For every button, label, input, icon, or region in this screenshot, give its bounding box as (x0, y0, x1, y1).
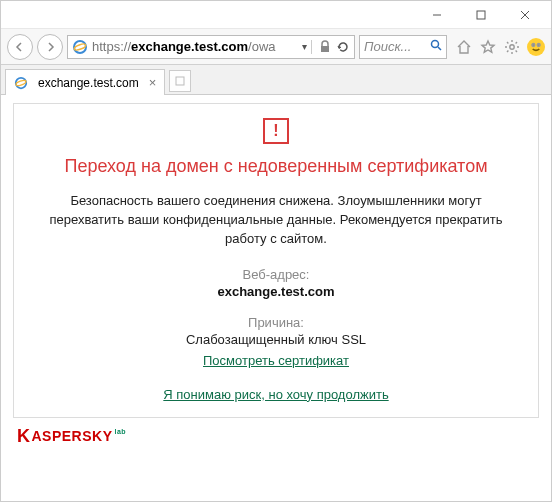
proceed-anyway-link[interactable]: Я понимаю риск, но хочу продолжить (163, 387, 388, 402)
window-minimize-button[interactable] (415, 1, 459, 29)
svg-rect-14 (176, 77, 184, 85)
browser-tab[interactable]: exchange.test.com × (5, 69, 165, 95)
window-titlebar (1, 1, 551, 29)
refresh-icon[interactable] (336, 40, 350, 54)
search-bar[interactable]: Поиск... (359, 35, 447, 59)
tab-title: exchange.test.com (38, 76, 139, 90)
browser-navbar: https://exchange.test.com/owa ▾ Поиск... (1, 29, 551, 65)
feedback-smiley-icon[interactable] (527, 38, 545, 56)
tab-close-icon[interactable]: × (145, 75, 157, 90)
svg-point-11 (537, 43, 539, 45)
svg-point-9 (510, 44, 514, 48)
web-address-value: exchange.test.com (42, 284, 510, 299)
svg-rect-6 (321, 46, 329, 52)
svg-rect-1 (477, 11, 485, 19)
footer: KKASPERSKYASPERSKYlab (13, 426, 539, 447)
svg-line-8 (438, 47, 441, 50)
address-bar[interactable]: https://exchange.test.com/owa ▾ (67, 35, 355, 59)
warning-title: Переход на домен с недоверенным сертифик… (42, 154, 510, 178)
warning-body: Безопасность вашего соединения снижена. … (42, 192, 510, 249)
home-icon[interactable] (455, 38, 473, 56)
forward-button[interactable] (37, 34, 63, 60)
url-dropdown-icon[interactable]: ▾ (296, 41, 309, 52)
web-address-label: Веб-адрес: (42, 267, 510, 282)
svg-point-7 (432, 41, 439, 48)
view-certificate-link[interactable]: Посмотреть сертификат (203, 353, 349, 368)
search-icon[interactable] (426, 39, 442, 54)
kaspersky-logo: KKASPERSKYASPERSKYlab (17, 426, 126, 447)
window-maximize-button[interactable] (459, 1, 503, 29)
ie-icon (14, 76, 28, 90)
warning-icon: ! (263, 118, 289, 144)
svg-point-10 (532, 43, 534, 45)
page-content: ! Переход на домен с недоверенным сертиф… (1, 95, 551, 451)
search-placeholder: Поиск... (364, 39, 426, 54)
ie-icon (72, 39, 88, 55)
reason-label: Причина: (42, 315, 510, 330)
favorites-icon[interactable] (479, 38, 497, 56)
reason-value: Слабозащищенный ключ SSL (42, 332, 510, 347)
new-tab-button[interactable] (169, 70, 191, 92)
back-button[interactable] (7, 34, 33, 60)
url-text: https://exchange.test.com/owa (92, 39, 296, 54)
window-close-button[interactable] (503, 1, 547, 29)
warning-card: ! Переход на домен с недоверенным сертиф… (13, 103, 539, 418)
tab-bar: exchange.test.com × (1, 65, 551, 95)
tools-gear-icon[interactable] (503, 38, 521, 56)
lock-icon (318, 40, 332, 54)
